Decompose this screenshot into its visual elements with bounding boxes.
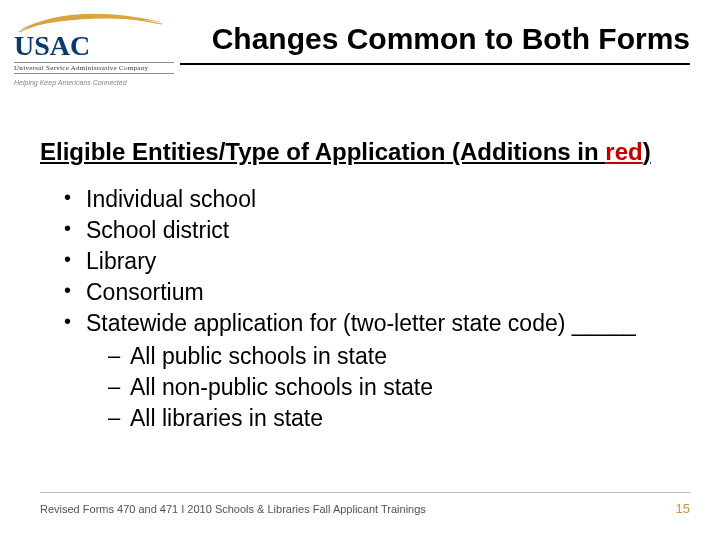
heading-prefix: Eligible Entities/Type of Application xyxy=(40,138,445,165)
content: Eligible Entities/Type of Application (A… xyxy=(0,90,720,434)
footer-text: Revised Forms 470 and 471 I 2010 Schools… xyxy=(40,503,426,515)
title-rule xyxy=(180,63,690,65)
list-item: Statewide application for (two-letter st… xyxy=(64,308,680,434)
logo-block: USAC Universal Service Administrative Co… xyxy=(14,8,174,86)
list-item: Library xyxy=(64,246,680,277)
page-number: 15 xyxy=(676,501,690,516)
bullet-list: Individual school School district Librar… xyxy=(40,184,680,434)
list-item: School district xyxy=(64,215,680,246)
heading-open: (Additions in xyxy=(445,138,605,165)
list-item: All libraries in state xyxy=(108,403,680,434)
section-heading: Eligible Entities/Type of Application (A… xyxy=(40,138,680,166)
list-item: Consortium xyxy=(64,277,680,308)
list-item: All non-public schools in state xyxy=(108,372,680,403)
heading-red: red xyxy=(605,138,642,165)
logo-tagline: Helping Keep Americans Connected xyxy=(14,79,174,86)
header: USAC Universal Service Administrative Co… xyxy=(0,0,720,90)
logo-subtitle: Universal Service Administrative Company xyxy=(14,62,174,74)
sub-bullet-list: All public schools in state All non-publ… xyxy=(86,341,680,434)
footer: Revised Forms 470 and 471 I 2010 Schools… xyxy=(40,492,690,522)
page-title: Changes Common to Both Forms xyxy=(180,22,690,56)
footer-rule xyxy=(40,492,690,493)
list-item: Individual school xyxy=(64,184,680,215)
list-item: All public schools in state xyxy=(108,341,680,372)
heading-close: ) xyxy=(643,138,651,165)
